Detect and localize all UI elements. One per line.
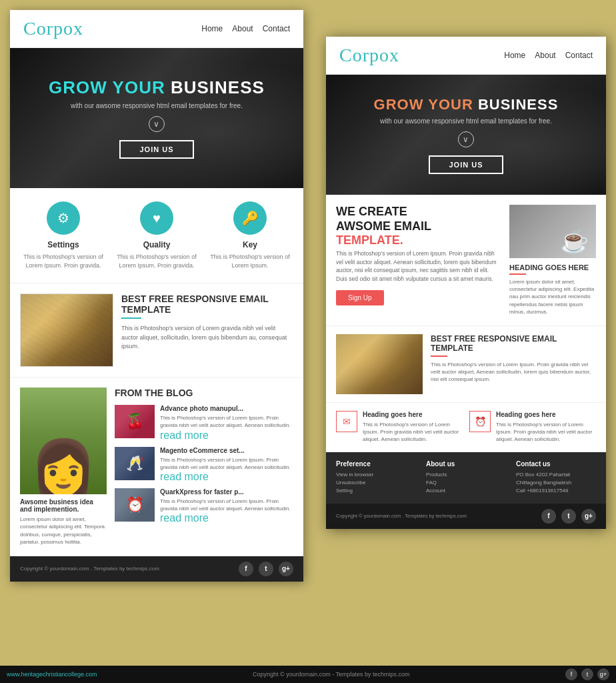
front-wc-text: WE CREATE AWSOME EMAIL TEMPLATE. This is… [336, 205, 501, 315]
back-hero-title-part2b: BUSINESS [171, 77, 265, 97]
back-hero: GROW YOUR BUSINESS with our awsome respo… [10, 48, 303, 188]
front-hero: GROW YOUR BUSINESS with our awsome respo… [326, 75, 606, 195]
front-wc-image-area: HEADING GOES HERE Lorem ipsum dolor sit … [509, 205, 596, 315]
watermark-social-tw[interactable]: t [581, 668, 593, 680]
watermark-copy: Copyright © yourdomain.com - Templates b… [97, 671, 565, 678]
back-hero-subtitle: with our awsome responsive html email te… [71, 102, 243, 109]
front-social-gp[interactable]: g+ [581, 509, 596, 524]
back-feature-title-1: Settings [20, 240, 107, 249]
back-hero-title: GROW YOUR BUSINESS [49, 77, 265, 98]
front-footer-col-2-item-1: Products [426, 472, 506, 478]
front-footer-col-1-item-2: Unsubscribe [336, 480, 416, 486]
front-signup-btn[interactable]: Sign Up [336, 290, 384, 305]
back-feature-1: ⚙ Settings This is Photoshop's version o… [17, 201, 110, 269]
back-blog-item-1-desc: This is Photoshop's version of Lorem Ips… [160, 414, 293, 429]
front-social-fb[interactable]: f [541, 509, 556, 524]
back-social-tw[interactable]: t [259, 562, 273, 576]
front-header: Corpox Home About Contact [326, 37, 606, 75]
front-template: Corpox Home About Contact GROW YOUR BUSI… [326, 37, 606, 529]
front-footer-col-3-item-2: Chittagong Bangladesh [516, 480, 596, 486]
front-footer-col-1-item-1: View in browser [336, 472, 416, 478]
front-footer-bottom: Copyright © yourdomain.com . Templates b… [326, 504, 606, 529]
back-cb-image [20, 293, 113, 367]
front-best-desc: This is Photoshop's version of Lorem Ips… [431, 361, 596, 384]
front-heading-2-title: Heading goes here [496, 411, 596, 418]
back-feature-3: 🔑 Key This is Photoshop's version of Lor… [203, 201, 297, 269]
back-content-block: BEST FREE RESPONSIVE EMAIL TEMPLATE This… [10, 283, 303, 378]
front-nav-contact[interactable]: Contact [565, 51, 593, 60]
back-nav-about[interactable]: About [232, 24, 253, 33]
back-hero-arrow[interactable]: ∨ [149, 116, 165, 132]
front-hero-join-btn[interactable]: JOIN US [429, 155, 503, 174]
back-nav-home[interactable]: Home [201, 24, 223, 33]
front-we-create: WE CREATE AWSOME EMAIL TEMPLATE. This is… [326, 195, 606, 326]
back-blog-bio-desc: Lorem ipsum dolor sit amet, consectetur … [20, 516, 107, 546]
back-feature-title-3: Key [207, 240, 293, 249]
front-heading-2-desc: This is Photoshop's version of Lorem Ips… [496, 421, 596, 444]
back-hero-content: GROW YOUR BUSINESS with our awsome respo… [49, 77, 265, 159]
back-footer-copy: Copyright © yourdomain.com . Templates b… [20, 566, 159, 572]
front-hero-title-part1: GROW YOUR [374, 96, 473, 113]
watermark-social: f t g+ [565, 668, 609, 680]
back-footer: Copyright © yourdomain.com . Templates b… [10, 556, 303, 582]
front-nav-home[interactable]: Home [504, 51, 525, 60]
back-blog-content: FROM THE BLOG Advance photo manupul... T… [115, 388, 293, 546]
back-blog-item-1-text: Advance photo manupul... This is Photosh… [160, 405, 293, 441]
front-social-tw[interactable]: t [561, 509, 576, 524]
front-hero-arrow[interactable]: ∨ [458, 131, 474, 147]
front-wc-sub-heading: HEADING GOES HERE [509, 263, 596, 271]
front-nav: Home About Contact [504, 51, 593, 60]
front-nav-about[interactable]: About [535, 51, 555, 60]
back-feature-desc-1: This is Photoshop's version of Lorem Ips… [20, 253, 107, 269]
back-blog-item-2-text: Magento eCommerce set... This is Photosh… [160, 447, 293, 483]
back-social-fb[interactable]: f [239, 562, 253, 576]
back-blog-item-3-title: QuarkXpress for faster p... [160, 488, 293, 496]
back-blog-thumb-2 [115, 447, 155, 480]
front-hero-content: GROW YOUR BUSINESS with our awsome respo… [374, 96, 559, 174]
back-blog-person: Awsome business idea and implemention. L… [20, 388, 107, 546]
back-blog: Awsome business idea and implemention. L… [10, 378, 303, 556]
front-heading-item-1: ✉ Heading goes here This is Photoshop's … [336, 411, 463, 444]
back-social-gp[interactable]: g+ [279, 562, 293, 576]
front-heading-icon-2: ⏰ [469, 411, 491, 432]
back-nav-contact[interactable]: Contact [263, 24, 290, 33]
watermark-bar: www.heritagechristiancollege.com Copyrig… [0, 666, 616, 683]
front-logo: Corpox [339, 45, 399, 66]
front-heading-icon-1: ✉ [336, 411, 357, 432]
back-cb-desc: This is Photoshop's version of Lorem gra… [121, 324, 293, 352]
back-hero-title-part1: GROW YOUR [49, 77, 165, 97]
front-footer-col-1-title: Preference [336, 460, 416, 468]
back-hero-join-btn[interactable]: JOIN US [119, 140, 193, 159]
front-heading-1-desc: This is Photoshop's version of Lorem Ips… [363, 421, 463, 444]
back-blog-item-3: QuarkXpress for faster p... This is Phot… [115, 488, 293, 524]
watermark-social-gp[interactable]: g+ [597, 668, 609, 680]
front-wc-heading: WE CREATE AWSOME EMAIL TEMPLATE. [336, 205, 501, 248]
front-wc-img-top [509, 205, 596, 258]
front-footer-social: f t g+ [541, 509, 596, 524]
front-footer-col-2-item-2: FAQ [426, 480, 506, 486]
front-heading-item-2: ⏰ Heading goes here This is Photoshop's … [469, 411, 596, 444]
front-heading-2-content: Heading goes here This is Photoshop's ve… [496, 411, 596, 444]
back-blog-item-2-readmore[interactable]: read more [160, 471, 209, 482]
front-footer-col-2-title: About us [426, 460, 506, 468]
back-blog-item-3-desc: This is Photoshop's version of Lorem Ips… [160, 498, 293, 512]
front-footer-col-3: Contact us PO Box 4202 Pahartali Chittag… [516, 460, 596, 496]
front-hero-title: GROW YOUR BUSINESS [374, 96, 559, 113]
back-blog-item-1-readmore[interactable]: read more [160, 430, 209, 441]
back-feature-2: ♥ Quality This is Photoshop's version of… [110, 201, 203, 269]
front-wc-sub-accent [509, 273, 526, 275]
watermark-social-fb[interactable]: f [565, 668, 577, 680]
front-best-free: BEST FREE RESPONSIVE EMAIL TEMPLATE This… [326, 326, 606, 403]
back-cb-accent [121, 317, 141, 319]
front-best-accent [431, 356, 447, 357]
back-logo: Corpox [23, 18, 83, 39]
back-feature-icon-2: ♥ [140, 201, 173, 235]
front-footer-copy: Copyright © yourdomain.com . Templates b… [336, 513, 467, 519]
watermark-url: www.heritagechristiancollege.com [7, 671, 97, 678]
back-feature-desc-3: This is Photoshop's version of Lorem Ips… [207, 253, 293, 269]
back-blog-item-1: Advance photo manupul... This is Photosh… [115, 405, 293, 441]
front-footer-col-2-item-3: Account [426, 488, 506, 494]
back-cb-heading: BEST FREE RESPONSIVE EMAIL TEMPLATE [121, 293, 293, 315]
back-blog-item-3-readmore[interactable]: read more [160, 512, 209, 524]
back-blog-item-3-text: QuarkXpress for faster p... This is Phot… [160, 488, 293, 524]
